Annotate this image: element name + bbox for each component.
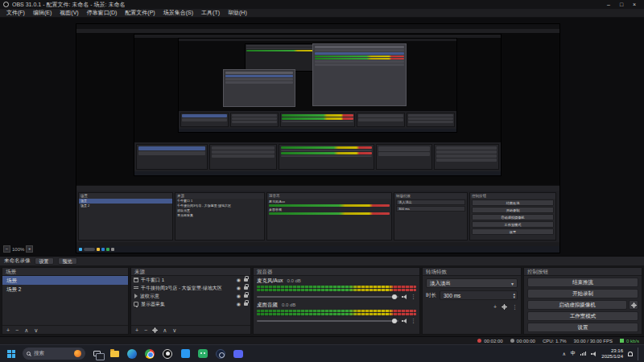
duration-value: 300 ms <box>444 293 513 298</box>
docks-row: 场景 场景 场景 2 + − ∧ ∨ 来源 千牛窗口 1 <box>0 265 644 336</box>
virtual-camera-button[interactable]: 启动虚拟摄像机 <box>527 300 627 310</box>
lock-icon[interactable] <box>244 278 248 282</box>
channel-options-icon[interactable]: ⋮ <box>411 294 416 299</box>
lock-icon[interactable] <box>244 294 248 298</box>
mini-sources-dock: 来源 千牛窗口 1 千牛接待间3号店 - 大饭堂里·绿地大区 波纹示意 显示器采… <box>175 192 265 241</box>
source-row[interactable]: 千牛接待间3号店 - 大饭堂里·绿地大区 ◉ <box>131 284 250 292</box>
slider-knob[interactable] <box>392 294 397 299</box>
mini-button <box>436 158 497 162</box>
start-button[interactable] <box>5 348 18 360</box>
gear-icon <box>632 303 636 307</box>
slider-knob[interactable] <box>392 319 397 323</box>
add-source-icon[interactable]: + <box>135 327 138 334</box>
remove-source-icon[interactable]: − <box>144 327 147 334</box>
source-row[interactable]: 波纹示意 ◉ <box>131 292 250 300</box>
move-source-up-icon[interactable]: ∧ <box>163 327 167 334</box>
remove-scene-icon[interactable]: − <box>15 327 19 334</box>
controls-dock-title[interactable]: 控制按钮 <box>524 268 642 276</box>
record-button[interactable]: 开始录制 <box>527 289 638 298</box>
scenes-dock-title[interactable]: 场景 <box>2 268 128 276</box>
toolbar-settings-button[interactable]: 设置 <box>35 257 54 265</box>
scene-row[interactable]: 场景 2 <box>2 285 128 294</box>
volume-meter <box>257 310 416 316</box>
close-button[interactable]: × <box>628 0 641 9</box>
desktop: OBS 31.0.1 - 配置文件: 未命名 - 场景: 未命名 – □ × 文… <box>0 0 644 362</box>
chrome-button[interactable] <box>143 348 156 360</box>
titlebar[interactable]: OBS 31.0.1 - 配置文件: 未命名 - 场景: 未命名 – □ × <box>0 0 644 9</box>
add-scene-icon[interactable]: + <box>6 327 10 334</box>
volume-slider[interactable] <box>257 296 398 298</box>
zoom-in-icon[interactable]: + <box>26 245 33 253</box>
media-source-icon <box>134 294 138 298</box>
transition-properties-gear-icon[interactable] <box>502 305 506 309</box>
preview-canvas[interactable]: − 100% + <box>0 18 644 256</box>
menu-view[interactable]: 视图(V) <box>56 9 82 17</box>
visibility-eye-icon[interactable]: ◉ <box>237 286 241 290</box>
menu-docks[interactable]: 停靠窗口(D) <box>83 9 122 17</box>
mini-dialog-window <box>312 43 407 106</box>
steam-button[interactable] <box>214 348 227 360</box>
volume-icon[interactable] <box>591 352 597 356</box>
menu-tools[interactable]: 工具(T) <box>197 9 224 17</box>
menu-help[interactable]: 帮助(H) <box>224 9 251 17</box>
obs-taskbar-button[interactable] <box>161 348 174 360</box>
move-scene-down-icon[interactable]: ∨ <box>34 327 38 334</box>
source-row[interactable]: 千牛窗口 1 ◉ <box>131 276 250 284</box>
add-transition-icon[interactable]: + <box>493 303 497 311</box>
menu-scene-collection[interactable]: 场景集合(S) <box>159 9 197 17</box>
sources-dock-title[interactable]: 来源 <box>131 268 250 276</box>
mini-dialog-row <box>225 72 293 74</box>
virtual-camera-config-button[interactable] <box>629 300 638 310</box>
menu-profile[interactable]: 配置文件(P) <box>121 9 159 17</box>
wechat-button[interactable] <box>196 348 209 360</box>
network-icon[interactable] <box>580 352 586 356</box>
task-view-button[interactable] <box>90 348 103 360</box>
minimize-button[interactable]: – <box>602 0 615 9</box>
mini-dock-title: 转场特效 <box>394 193 467 199</box>
visibility-eye-icon[interactable]: ◉ <box>237 294 241 298</box>
mini-transitions-dock <box>376 144 432 170</box>
vscode-button[interactable] <box>179 348 192 360</box>
channel-name: 桌面音频 <box>257 302 278 309</box>
move-source-down-icon[interactable]: ∨ <box>172 327 176 334</box>
tray-expand-chevron-icon[interactable]: ∧ <box>562 351 565 356</box>
move-scene-up-icon[interactable]: ∧ <box>24 327 28 334</box>
toolbar-preview-button[interactable]: 预览 <box>58 257 77 265</box>
lock-icon[interactable] <box>244 302 248 306</box>
taskbar-search[interactable]: 搜索 <box>23 348 85 360</box>
zoom-out-icon[interactable]: − <box>3 245 10 253</box>
lock-icon[interactable] <box>244 286 248 290</box>
volume-slider[interactable] <box>257 320 398 322</box>
duration-spinbox[interactable]: 300 ms ▴ ▾ <box>440 290 518 300</box>
scene-row-selected[interactable]: 场景 <box>2 276 128 285</box>
channel-options-icon[interactable]: ⋮ <box>411 318 416 323</box>
stream-button[interactable]: 结束推流 <box>527 278 638 287</box>
mini-selected-row <box>138 146 205 150</box>
taskbar-clock[interactable]: 23:16 2025/1/24 <box>601 348 623 360</box>
mute-speaker-icon[interactable] <box>402 294 407 299</box>
maximize-button[interactable]: □ <box>615 0 628 9</box>
mute-speaker-icon[interactable] <box>402 319 407 323</box>
display-capture-icon <box>134 302 138 306</box>
file-explorer-button[interactable] <box>108 348 121 360</box>
source-row[interactable]: 显示器采集 ◉ <box>131 300 250 308</box>
transition-options-icon[interactable]: ⋮ <box>512 304 518 310</box>
discord-button[interactable] <box>232 348 245 360</box>
settings-button[interactable]: 设置 <box>527 323 638 332</box>
source-properties-gear-icon[interactable] <box>153 328 157 332</box>
source-name: 波纹示意 <box>140 293 234 300</box>
input-method-indicator[interactable]: 中 <box>571 350 576 357</box>
visibility-eye-icon[interactable]: ◉ <box>237 278 241 282</box>
mixer-dock-title[interactable]: 混音器 <box>254 268 419 276</box>
transitions-dock-title[interactable]: 转场特效 <box>423 268 521 276</box>
edge-button[interactable] <box>126 348 138 360</box>
show-desktop-button[interactable] <box>638 348 639 360</box>
spin-down-icon[interactable]: ▾ <box>513 295 515 298</box>
transition-select[interactable]: 淡入淡出 ▾ <box>426 278 518 288</box>
notification-bell-icon[interactable] <box>628 352 633 356</box>
menu-file[interactable]: 文件(F) <box>2 9 29 17</box>
studio-mode-button[interactable]: 工作室模式 <box>527 311 638 321</box>
clock-date: 2025/1/24 <box>601 354 623 360</box>
menu-edit[interactable]: 编辑(E) <box>29 9 56 17</box>
visibility-eye-icon[interactable]: ◉ <box>237 302 241 306</box>
